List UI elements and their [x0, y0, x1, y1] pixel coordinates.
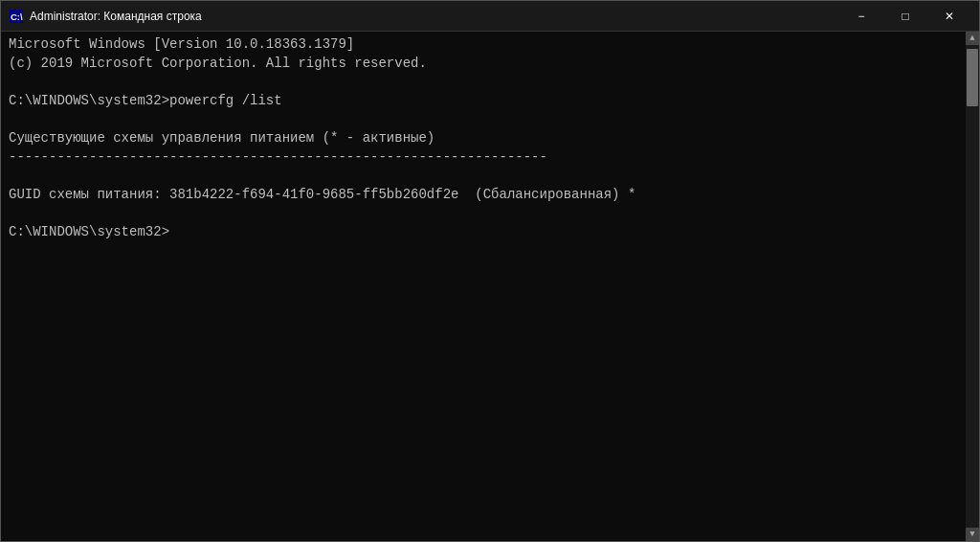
minimize-icon: − [858, 11, 864, 22]
console-output: Microsoft Windows [Version 10.0.18363.13… [1, 32, 966, 541]
scrollbar-up-button[interactable]: ▲ [966, 32, 979, 45]
console-line-11: C:\WINDOWS\system32> [9, 224, 169, 239]
maximize-button[interactable]: □ [883, 1, 927, 32]
console-line-2: (c) 2019 Microsoft Corporation. All righ… [9, 56, 427, 71]
console-line-9: GUID схемы питания: 381b4222-f694-41f0-9… [9, 187, 635, 202]
window-controls: − □ ✕ [839, 1, 971, 32]
console-line-4: C:\WINDOWS\system32>powercfg /list [9, 93, 282, 108]
console-area[interactable]: Microsoft Windows [Version 10.0.18363.13… [1, 32, 979, 541]
console-line-1: Microsoft Windows [Version 10.0.18363.13… [9, 36, 354, 52]
close-icon: ✕ [945, 11, 954, 22]
console-line-7: ----------------------------------------… [9, 149, 547, 165]
scrollbar-down-button[interactable]: ▼ [966, 528, 979, 541]
maximize-icon: □ [902, 11, 908, 22]
title-bar: C:\ Administrator: Командная строка − □ … [1, 1, 979, 32]
svg-text:C:\: C:\ [11, 11, 23, 22]
console-line-6: Существующие схемы управления питанием (… [9, 130, 434, 146]
scrollbar-track[interactable] [966, 45, 979, 528]
scrollbar-thumb[interactable] [967, 49, 978, 106]
close-button[interactable]: ✕ [927, 1, 971, 32]
cmd-icon: C:\ [9, 9, 24, 24]
window-title: Administrator: Командная строка [30, 10, 839, 23]
minimize-button[interactable]: − [839, 1, 883, 32]
cmd-window: C:\ Administrator: Командная строка − □ … [0, 0, 980, 542]
scrollbar[interactable]: ▲ ▼ [966, 32, 979, 541]
